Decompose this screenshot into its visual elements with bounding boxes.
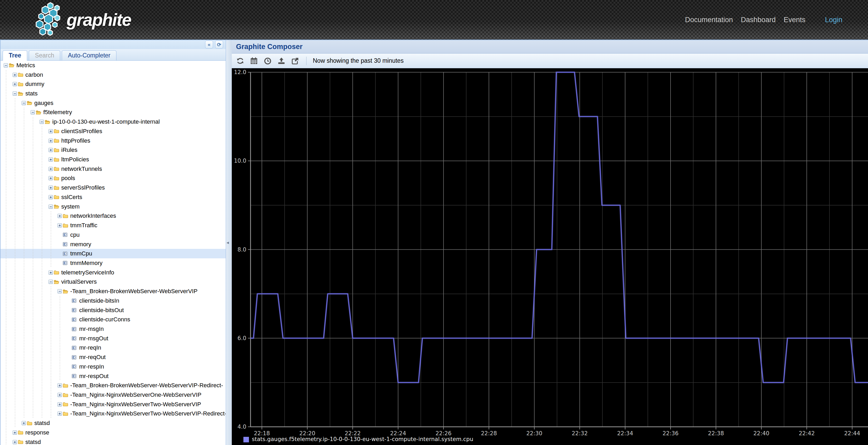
tree-expander[interactable]: + [49,129,54,133]
tree-row[interactable]: mr-msgOut [1,334,226,343]
tree-row[interactable]: memory [1,240,226,249]
expand-node-icon[interactable]: + [49,139,53,143]
tree-row[interactable]: +-Team_Nginx-NginxWebServerTwo-WebServer… [1,409,226,419]
tree-row[interactable]: +pools [1,174,226,183]
expand-node-icon[interactable]: + [58,223,62,228]
tree-row[interactable]: mr-reqIn [1,343,226,353]
tree-row[interactable]: +statsd [1,418,226,428]
graph-canvas[interactable]: 22:1822:2022:2222:2422:2622:2822:3022:32… [232,68,868,445]
collapse-node-icon[interactable]: − [49,280,53,284]
tree-row[interactable]: −gauges [1,98,226,108]
expand-node-icon[interactable]: + [58,383,62,387]
collapse-node-icon[interactable]: − [58,289,62,294]
tree-row[interactable]: +networkTunnels [1,164,226,174]
tree-row[interactable]: +-Team_Nginx-NginxWebServerOne-WebServer… [1,390,226,400]
tree-row[interactable]: mr-respIn [1,362,226,371]
expand-node-icon[interactable]: + [49,195,53,199]
tree-expander[interactable]: + [58,383,63,387]
expand-node-icon[interactable]: + [58,402,62,407]
tab-search[interactable]: Search [29,50,60,60]
tree-row[interactable]: −Metrics [1,61,226,70]
tree-expander[interactable]: + [58,412,63,416]
tree-expander[interactable]: − [13,92,18,96]
tree-row[interactable]: mr-msgIn [1,324,226,334]
tree-row[interactable]: +tmmTraffic [1,221,226,230]
expand-node-icon[interactable]: + [49,158,53,162]
tree-expander[interactable]: − [4,63,9,67]
tree-row[interactable]: +-Team_Nginx-NginxWebServerTwo-WebServer… [1,400,226,409]
tree-row[interactable]: tmmMemory [1,259,226,268]
collapse-node-icon[interactable]: − [13,92,17,96]
tree-row[interactable]: +-Team_Broken-BrokenWebServer-WebServerV… [1,381,226,390]
tree-row[interactable]: −virtualServers [1,277,226,287]
collapse-node-icon[interactable]: − [22,101,26,105]
splitter-collapse-grip-icon[interactable]: ◂ [226,240,229,245]
tree-expander[interactable]: + [13,73,18,77]
recent-time-button[interactable] [263,56,273,66]
refresh-tree-button[interactable]: ⟳ [215,41,223,48]
expand-node-icon[interactable]: + [22,421,26,425]
nav-login[interactable]: Login [825,16,842,24]
expand-node-icon[interactable]: + [49,148,53,152]
tree-row[interactable]: clientside-curConns [1,315,226,324]
tree-expander[interactable]: + [49,176,54,180]
refresh-graph-button[interactable] [236,56,245,66]
tree-expander[interactable]: + [58,402,63,407]
tree-row[interactable]: −system [1,202,226,211]
tree-expander[interactable]: − [22,101,27,105]
tree-expander[interactable]: − [49,205,54,209]
expand-node-icon[interactable]: + [58,412,62,416]
expand-node-icon[interactable]: + [13,431,17,435]
tree-expander[interactable]: − [40,120,45,124]
tree-expander[interactable]: + [49,185,54,190]
tree-expander[interactable]: + [49,158,54,162]
expand-node-icon[interactable]: + [13,82,17,86]
tree-row[interactable]: clientside-bitsIn [1,296,226,306]
tree-row[interactable]: +statsd [1,437,226,445]
tree-expander[interactable]: + [49,195,54,199]
date-range-button[interactable] [249,56,259,66]
tree-expander[interactable]: − [58,289,63,294]
expand-node-icon[interactable]: + [58,214,62,218]
tree-row[interactable]: +sslCerts [1,193,226,202]
collapse-node-icon[interactable]: − [31,110,35,114]
tree-row[interactable]: +dummy [1,79,226,89]
tree-row[interactable]: −f5telemetry [1,108,226,117]
tree-expander[interactable]: + [58,393,63,397]
tree-expander[interactable]: + [49,148,54,152]
tree-expander[interactable]: + [49,271,54,275]
tree-row[interactable]: tmmCpu [1,249,226,259]
tree-expander[interactable]: + [13,440,18,444]
share-graph-button[interactable] [290,56,300,66]
tab-tree[interactable]: Tree [3,50,27,61]
tree-expander[interactable]: + [49,139,54,143]
tree-row[interactable]: cpu [1,230,226,240]
tree-row[interactable]: clientside-bitsOut [1,306,226,315]
tree-expander[interactable]: − [31,110,36,114]
expand-node-icon[interactable]: + [13,440,17,444]
tree-row[interactable]: +networkInterfaces [1,211,226,221]
nav-dashboard[interactable]: Dashboard [741,16,776,24]
tab-auto-completer[interactable]: Auto-Completer [62,50,117,60]
tree-expander[interactable]: + [58,214,63,218]
tree-row[interactable]: +clientSslProfiles [1,127,226,136]
expand-node-icon[interactable]: + [49,129,53,133]
collapse-node-icon[interactable]: − [4,63,8,67]
tree-expander[interactable]: + [13,431,18,435]
tree-row[interactable]: +ltmPolicies [1,155,226,164]
tree-expander[interactable]: + [13,82,18,86]
collapse-node-icon[interactable]: − [49,205,53,209]
expand-node-icon[interactable]: + [49,271,53,275]
expand-node-icon[interactable]: + [13,73,17,77]
tree-row[interactable]: −stats [1,89,226,98]
tree-expander[interactable]: + [49,167,54,171]
tree-row[interactable]: +telemetryServiceInfo [1,268,226,277]
collapse-panel-button[interactable]: « [205,41,213,48]
tree-row[interactable]: −ip-10-0-0-130-eu-west-1-compute-interna… [1,117,226,127]
tree-row[interactable]: +iRules [1,145,226,155]
nav-documentation[interactable]: Documentation [685,16,733,24]
collapse-node-icon[interactable]: − [40,120,44,124]
tree-row[interactable]: +serverSslProfiles [1,183,226,193]
expand-node-icon[interactable]: + [49,185,53,190]
expand-node-icon[interactable]: + [58,393,62,397]
